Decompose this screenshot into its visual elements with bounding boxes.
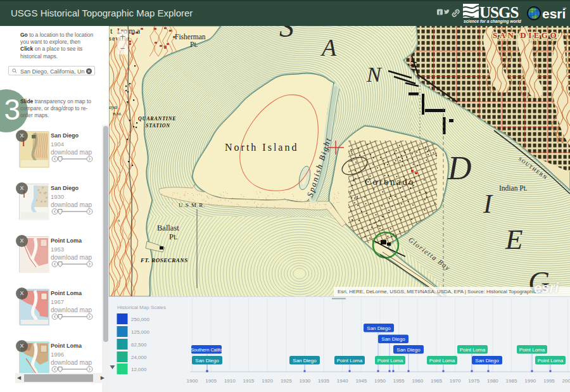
svg-text:FT. ROSECRANS: FT. ROSECRANS <box>140 257 188 263</box>
svg-text:1920: 1920 <box>262 378 273 384</box>
svg-text:1955: 1955 <box>393 378 405 384</box>
svg-text:San Diego: San Diego <box>195 358 219 364</box>
svg-text:I: I <box>483 189 493 218</box>
svg-text:Pt.: Pt. <box>169 232 178 241</box>
svg-text:San Diego: San Diego <box>367 326 391 331</box>
svg-text:Point Loma: Point Loma <box>538 358 564 364</box>
svg-text:N: N <box>366 63 383 86</box>
svg-text:12,000: 12,000 <box>131 367 147 372</box>
svg-text:Pt.: Pt. <box>190 41 198 48</box>
svg-text:62,500: 62,500 <box>131 342 147 348</box>
svg-text:E: E <box>505 224 523 255</box>
svg-text:1900: 1900 <box>187 378 198 384</box>
svg-text:1975: 1975 <box>468 378 479 384</box>
svg-text:x: x <box>118 218 120 223</box>
svg-text:Indian Pt.: Indian Pt. <box>499 184 528 192</box>
svg-text:1990: 1990 <box>524 378 536 384</box>
svg-text:1995: 1995 <box>543 378 555 384</box>
svg-text:Fisherman: Fisherman <box>175 33 206 41</box>
svg-text:Point Loma: Point Loma <box>377 358 403 364</box>
svg-text:1965: 1965 <box>431 378 442 384</box>
svg-text:™: ™ <box>562 7 566 11</box>
svg-text:North Island: North Island <box>225 142 298 153</box>
svg-text:1925: 1925 <box>281 378 292 384</box>
svg-text:San Diego: San Diego <box>293 358 317 364</box>
svg-text:Point Loma: Point Loma <box>519 347 545 353</box>
svg-text:125,000: 125,000 <box>131 329 149 335</box>
svg-text:B.M.: B.M. <box>113 111 122 117</box>
svg-text:San Diego: San Diego <box>396 347 421 353</box>
svg-text:Point Loma: Point Loma <box>460 347 486 353</box>
svg-text:A: A <box>320 34 337 61</box>
svg-text:1985: 1985 <box>506 378 517 384</box>
svg-text:S: S <box>279 26 294 43</box>
svg-text:2000: 2000 <box>562 378 570 384</box>
svg-text:STATION: STATION <box>146 123 170 129</box>
svg-text:f: f <box>439 9 441 16</box>
svg-text:1905: 1905 <box>205 378 217 384</box>
svg-text:San Diego: San Diego <box>475 358 499 364</box>
svg-text:1930: 1930 <box>300 378 311 384</box>
svg-text:SAN DIEGO: SAN DIEGO <box>493 30 559 40</box>
svg-text:Southern Califo: Southern Califo <box>191 347 222 353</box>
svg-text:Point Loma: Point Loma <box>337 358 363 364</box>
svg-text:1935: 1935 <box>318 378 329 384</box>
svg-text:U.S.M.R.: U.S.M.R. <box>179 202 206 208</box>
svg-text:1910: 1910 <box>224 378 236 384</box>
svg-text:1940: 1940 <box>337 378 348 384</box>
svg-text:science for a changing world: science for a changing world <box>464 19 522 24</box>
svg-text:1960: 1960 <box>412 378 423 384</box>
svg-text:1980: 1980 <box>487 378 498 384</box>
svg-text:D: D <box>447 150 472 186</box>
svg-text:USGS Historical Topographic Ma: USGS Historical Topographic Map Explorer <box>11 8 193 18</box>
svg-text:1970: 1970 <box>450 378 461 384</box>
svg-text:24,000: 24,000 <box>131 355 147 360</box>
svg-text:aya: aya <box>109 104 117 110</box>
svg-text:1915: 1915 <box>243 378 255 384</box>
svg-text:1950: 1950 <box>374 378 386 384</box>
svg-text:1945: 1945 <box>355 378 367 384</box>
svg-text:250,000: 250,000 <box>131 317 149 322</box>
svg-text:Coronado: Coronado <box>365 177 415 187</box>
svg-text:San Diego: San Diego <box>381 336 405 342</box>
svg-text:Point Loma: Point Loma <box>429 358 455 364</box>
svg-text:Historical Map Scales: Historical Map Scales <box>117 305 166 310</box>
svg-text:QUARANTINE: QUARANTINE <box>138 116 176 122</box>
svg-text:Ballast: Ballast <box>157 224 179 232</box>
